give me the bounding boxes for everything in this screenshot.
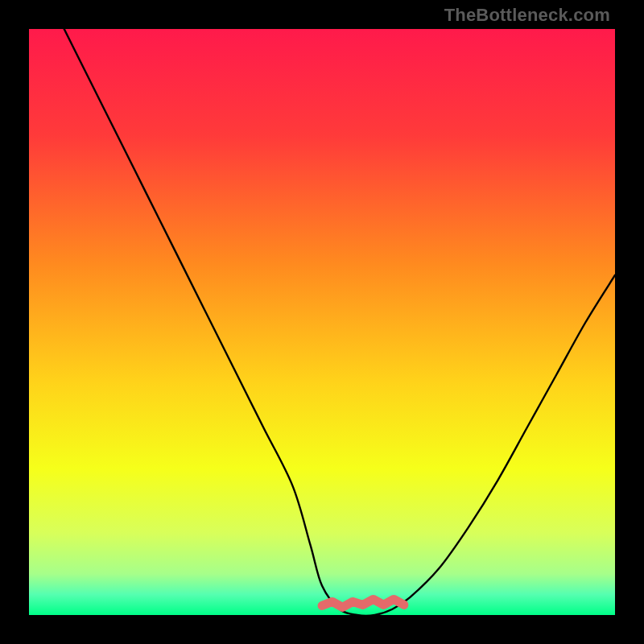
bottleneck-curve <box>64 29 615 615</box>
watermark-text: TheBottleneck.com <box>444 5 610 26</box>
plot-area <box>29 29 615 615</box>
chart-frame: TheBottleneck.com <box>0 0 644 644</box>
curve-layer <box>29 29 615 615</box>
valley-squiggle-annotation <box>322 599 404 607</box>
